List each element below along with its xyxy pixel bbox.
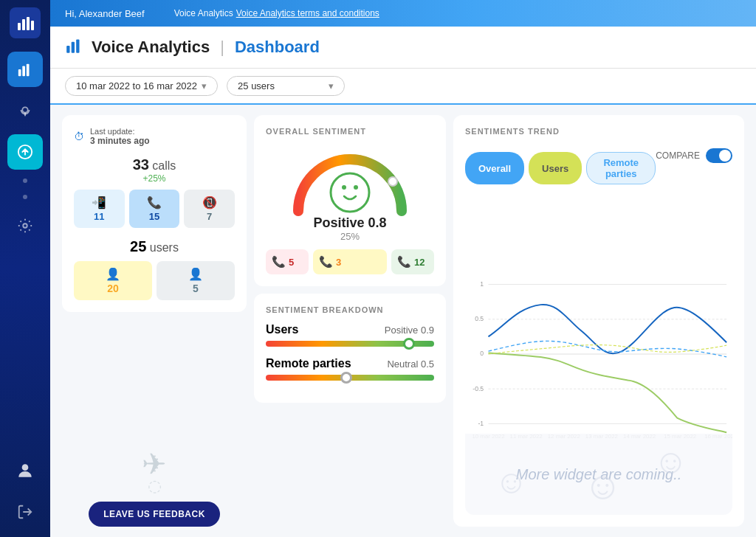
sidebar-item-logout[interactable] bbox=[7, 494, 43, 530]
chevron-down-icon-2: ▾ bbox=[329, 80, 334, 91]
breakdown-title: SENTIMENT BREAKDOWN bbox=[266, 305, 434, 314]
gauge-svg bbox=[284, 145, 416, 218]
breakdown-users: Users Positive 0.9 bbox=[266, 323, 434, 347]
compare-toggle[interactable]: COMPARE bbox=[656, 148, 732, 163]
user-box-active: 👤 20 bbox=[74, 261, 152, 300]
header-title: Voice Analytics | Dashboard bbox=[65, 35, 320, 59]
tab-overall[interactable]: Overall bbox=[465, 152, 524, 184]
sidebar-item-upload[interactable] bbox=[7, 134, 43, 170]
sentiment-neutral-count: 3 bbox=[336, 257, 341, 268]
sentiment-neg-count: 5 bbox=[289, 257, 294, 268]
sidebar-item-profile[interactable] bbox=[7, 453, 43, 488]
user-box-inactive: 👤 5 bbox=[157, 261, 235, 300]
app-container: Hi, Alexander Beef Voice Analytics Voice… bbox=[0, 0, 756, 537]
svg-point-17 bbox=[342, 185, 346, 190]
breakdown-remote-thumb bbox=[340, 372, 352, 384]
svg-rect-14 bbox=[76, 39, 79, 52]
svg-rect-3 bbox=[31, 21, 34, 30]
sidebar-dot bbox=[23, 179, 27, 183]
left-panel: ⏱ Last update: 3 minutes ago 33 calls +2… bbox=[62, 115, 247, 527]
calls-count: 33 bbox=[133, 156, 149, 173]
last-update-label: Last update: bbox=[90, 127, 135, 136]
sidebar-logo bbox=[10, 7, 41, 38]
sidebar bbox=[0, 0, 50, 537]
breakdown-remote: Remote parties Neutral 0.5 bbox=[266, 357, 434, 381]
users-filter[interactable]: 25 users ▾ bbox=[227, 76, 345, 96]
breakdown-card: SENTIMENT BREAKDOWN Users Positive 0.9 R… bbox=[254, 294, 446, 403]
call-outbound-count: 15 bbox=[149, 211, 159, 222]
call-outbound-icon: 📞 bbox=[147, 195, 162, 209]
svg-rect-13 bbox=[72, 42, 75, 53]
smiley-bg-3: ☺ bbox=[653, 441, 688, 481]
feedback-button[interactable]: LEAVE US FEEDBACK bbox=[89, 502, 220, 527]
call-inbound-count: 11 bbox=[94, 211, 104, 222]
call-missed-count: 7 bbox=[207, 211, 212, 222]
svg-text:-1: -1 bbox=[478, 420, 484, 427]
sidebar-item-recordings[interactable] bbox=[7, 93, 43, 128]
call-type-inbound: 📲 11 bbox=[74, 190, 125, 228]
greeting-text: Hi, Alexander Beef bbox=[65, 8, 145, 19]
svg-rect-5 bbox=[22, 66, 25, 76]
last-update: ⏱ Last update: 3 minutes ago bbox=[74, 127, 235, 146]
breakdown-remote-track bbox=[266, 375, 434, 381]
date-range-filter[interactable]: 10 mar 2022 to 16 mar 2022 ▾ bbox=[65, 76, 218, 96]
svg-rect-6 bbox=[27, 64, 30, 77]
calls-section: 33 calls +25% 📲 11 📞 15 bbox=[74, 156, 235, 228]
phone-neg-icon: 📞 bbox=[272, 255, 286, 268]
phone-neutral-icon: 📞 bbox=[319, 255, 333, 268]
calls-label: calls bbox=[152, 159, 176, 172]
svg-rect-4 bbox=[18, 69, 21, 76]
users-filter-value: 25 users bbox=[238, 80, 275, 91]
svg-text:0.5: 0.5 bbox=[475, 315, 484, 322]
users-count: 25 bbox=[130, 238, 146, 254]
users-section: 25 users 👤 20 👤 5 bbox=[74, 238, 235, 300]
chart-area: 1 0.5 0 -0.5 -1 10 bbox=[465, 193, 732, 515]
tab-users[interactable]: Users bbox=[529, 152, 582, 184]
svg-point-18 bbox=[354, 185, 358, 190]
gauge-label: Positive 0.8 bbox=[313, 215, 386, 231]
call-inbound-icon: 📲 bbox=[92, 195, 106, 209]
breakdown-remote-value: Neutral 0.5 bbox=[387, 358, 434, 370]
compare-label: COMPARE bbox=[656, 150, 700, 161]
svg-rect-1 bbox=[22, 19, 25, 30]
terms-and-conditions-link[interactable]: Voice Analytics terms and conditions bbox=[236, 8, 379, 18]
svg-rect-0 bbox=[18, 23, 21, 30]
header-app-name: Voice Analytics bbox=[92, 38, 210, 57]
decorative-circle: ◌ bbox=[148, 477, 162, 496]
sidebar-item-settings[interactable] bbox=[7, 208, 43, 243]
svg-point-16 bbox=[331, 173, 369, 212]
sentiment-positive: 📞 12 bbox=[391, 249, 434, 274]
svg-point-11 bbox=[22, 464, 29, 471]
svg-text:1: 1 bbox=[480, 280, 484, 288]
chart-header: SENTIMENTS TREND Overall Users Remote pa… bbox=[465, 127, 732, 184]
breakdown-users-track bbox=[266, 341, 434, 347]
user-active-icon: 👤 bbox=[106, 267, 120, 281]
stats-card: ⏱ Last update: 3 minutes ago 33 calls +2… bbox=[62, 115, 247, 312]
terms-link[interactable]: Voice Analytics Voice Analytics terms an… bbox=[174, 8, 379, 18]
sidebar-dot-2 bbox=[23, 195, 27, 199]
header-divider: | bbox=[220, 38, 224, 57]
svg-rect-2 bbox=[27, 17, 30, 30]
sentiment-neutral: 📞 3 bbox=[313, 249, 387, 274]
breakdown-users-label: Users bbox=[266, 323, 298, 336]
filters-bar: 10 mar 2022 to 16 mar 2022 ▾ 25 users ▾ bbox=[50, 69, 756, 105]
toggle-switch[interactable] bbox=[706, 148, 732, 163]
sidebar-item-dashboard[interactable] bbox=[7, 52, 43, 87]
sentiment-items: 📞 5 📞 3 📞 12 bbox=[266, 249, 434, 274]
overall-sentiment-title: OVERALL SENTIMENT bbox=[266, 127, 434, 136]
calls-change: +25% bbox=[74, 173, 235, 184]
breakdown-users-value: Positive 0.9 bbox=[385, 325, 434, 336]
svg-point-15 bbox=[388, 177, 397, 186]
chevron-down-icon: ▾ bbox=[202, 80, 207, 91]
overall-sentiment-card: OVERALL SENTIMENT bbox=[254, 115, 446, 286]
date-range-value: 10 mar 2022 to 16 mar 2022 bbox=[76, 80, 197, 91]
tab-remote-parties[interactable]: Remote parties bbox=[586, 152, 656, 184]
smiley-bg-2: ☺ bbox=[583, 463, 622, 507]
user-boxes: 👤 20 👤 5 bbox=[74, 261, 235, 300]
header-dashboard: Dashboard bbox=[235, 38, 320, 57]
more-widgets-overlay: ☺ ☺ ☺ More widget are coming.. bbox=[465, 434, 732, 515]
call-type-outbound: 📞 15 bbox=[129, 190, 180, 228]
greeting-bar: Hi, Alexander Beef Voice Analytics Voice… bbox=[50, 0, 756, 27]
call-types: 📲 11 📞 15 📵 7 bbox=[74, 190, 235, 228]
breakdown-users-thumb bbox=[403, 338, 415, 350]
